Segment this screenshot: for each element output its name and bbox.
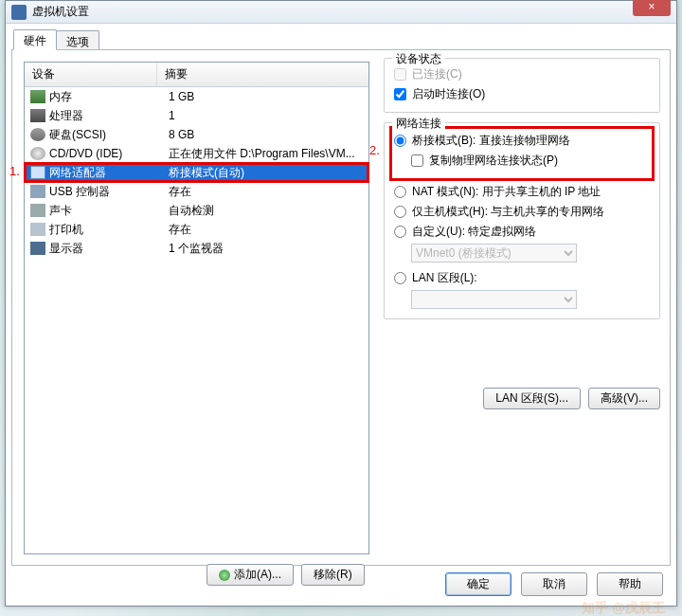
radio-nat[interactable]: NAT 模式(N): 用于共享主机的 IP 地址 — [394, 182, 650, 202]
device-name: 硬盘(SCSI) — [49, 127, 163, 143]
help-button[interactable]: 帮助 — [597, 572, 663, 596]
hardware-row[interactable]: 网络适配器桥接模式(自动) — [25, 163, 368, 182]
radio-custom[interactable]: 自定义(U): 特定虚拟网络 — [394, 222, 650, 242]
hardware-row[interactable]: 打印机存在 — [25, 220, 368, 239]
hardware-row[interactable]: 内存1 GB — [25, 87, 368, 106]
tabs: 硬件 选项 — [13, 29, 99, 50]
tab-pane: 设备 摘要 内存1 GB处理器1硬盘(SCSI)8 GBCD/DVD (IDE)… — [11, 49, 671, 566]
advanced-button[interactable]: 高级(V)... — [588, 388, 660, 409]
device-name: 声卡 — [49, 203, 163, 219]
cd-icon — [30, 147, 45, 160]
cancel-button[interactable]: 取消 — [521, 572, 587, 596]
settings-window: 虚拟机设置 × 硬件 选项 设备 摘要 内存1 GB处理器1硬盘(SCSI)8 … — [5, 0, 677, 607]
device-name: 显示器 — [49, 241, 163, 257]
mem-icon — [30, 90, 45, 103]
col-device: 设备 — [25, 63, 157, 86]
tab-options[interactable]: 选项 — [56, 30, 99, 51]
chk-connected: 已连接(C) — [394, 64, 650, 84]
mon-icon — [30, 242, 45, 255]
group-network-connection: 网络连接 桥接模式(B): 直接连接物理网络 复制物理网络连接状态(P) — [384, 122, 660, 319]
net-icon — [30, 166, 45, 179]
device-name: USB 控制器 — [49, 184, 163, 200]
ok-button[interactable]: 确定 — [445, 572, 512, 596]
remove-button[interactable]: 移除(R) — [301, 564, 365, 586]
lan-segment-select — [411, 290, 577, 309]
lan-segments-button[interactable]: LAN 区段(S)... — [483, 388, 581, 409]
device-summary: 自动检测 — [163, 203, 368, 219]
device-summary: 1 GB — [163, 90, 368, 103]
custom-vmnet-select: VMnet0 (桥接模式) — [411, 244, 577, 263]
hardware-row[interactable]: 硬盘(SCSI)8 GB — [25, 125, 368, 144]
close-button[interactable]: × — [633, 0, 671, 16]
chk-connect-on-power[interactable]: 启动时连接(O) — [394, 84, 650, 104]
radio-nat-input[interactable] — [394, 186, 406, 198]
usb-icon — [30, 185, 45, 198]
hardware-row[interactable]: 声卡自动检测 — [25, 201, 368, 220]
radio-bridged-input[interactable] — [394, 135, 406, 147]
hardware-row[interactable]: USB 控制器存在 — [25, 182, 368, 201]
device-summary: 8 GB — [163, 128, 368, 141]
tab-hardware[interactable]: 硬件 — [13, 29, 57, 50]
device-summary: 1 — [163, 109, 368, 122]
radio-hostonly-input[interactable] — [394, 206, 406, 218]
group-device-status: 设备状态 已连接(C) 启动时连接(O) — [384, 58, 660, 113]
titlebar: 虚拟机设置 — [6, 1, 676, 24]
watermark: 知乎 @戊辰王 — [582, 600, 665, 616]
chk-replicate[interactable]: 复制物理网络连接状态(P) — [411, 151, 650, 171]
device-summary: 桥接模式(自动) — [163, 165, 368, 181]
chk-connected-box — [394, 68, 406, 81]
device-name: 打印机 — [49, 222, 163, 238]
add-button[interactable]: 添加(A)... — [206, 564, 294, 586]
snd-icon — [30, 204, 45, 217]
col-summary: 摘要 — [157, 63, 368, 86]
prn-icon — [30, 223, 45, 236]
device-name: 处理器 — [49, 108, 163, 124]
cpu-icon — [30, 109, 45, 122]
radio-custom-input[interactable] — [394, 226, 406, 238]
radio-lan-input[interactable] — [394, 272, 406, 284]
radio-bridged[interactable]: 桥接模式(B): 直接连接物理网络 — [394, 131, 650, 151]
device-summary: 1 个监视器 — [163, 241, 368, 257]
group-legend: 网络连接 — [392, 116, 445, 132]
chk-connect-on-power-box[interactable] — [394, 88, 406, 100]
hardware-row[interactable]: CD/DVD (IDE)正在使用文件 D:\Program Files\VM..… — [25, 144, 368, 163]
window-title: 虚拟机设置 — [32, 4, 89, 20]
add-button-label: 添加(A)... — [234, 567, 281, 583]
radio-lan-segment[interactable]: LAN 区段(L): — [394, 268, 650, 288]
app-icon — [11, 5, 27, 20]
hardware-list[interactable]: 设备 摘要 内存1 GB处理器1硬盘(SCSI)8 GBCD/DVD (IDE)… — [24, 62, 369, 554]
chk-replicate-box[interactable] — [411, 154, 423, 167]
radio-hostonly[interactable]: 仅主机模式(H): 与主机共享的专用网络 — [394, 202, 650, 222]
plus-icon — [219, 570, 230, 581]
device-summary: 正在使用文件 D:\Program Files\VM... — [163, 146, 368, 162]
device-summary: 存在 — [163, 222, 368, 238]
device-name: 网络适配器 — [49, 165, 163, 181]
group-legend: 设备状态 — [392, 51, 445, 67]
device-name: 内存 — [49, 89, 163, 105]
device-summary: 存在 — [163, 184, 368, 200]
hardware-row[interactable]: 处理器1 — [25, 106, 368, 125]
hdd-icon — [30, 128, 45, 141]
highlight-box-2: 桥接模式(B): 直接连接物理网络 复制物理网络连接状态(P) — [394, 131, 650, 176]
hardware-list-header: 设备 摘要 — [25, 63, 368, 87]
device-name: CD/DVD (IDE) — [49, 147, 163, 160]
hardware-row[interactable]: 显示器1 个监视器 — [25, 239, 368, 258]
